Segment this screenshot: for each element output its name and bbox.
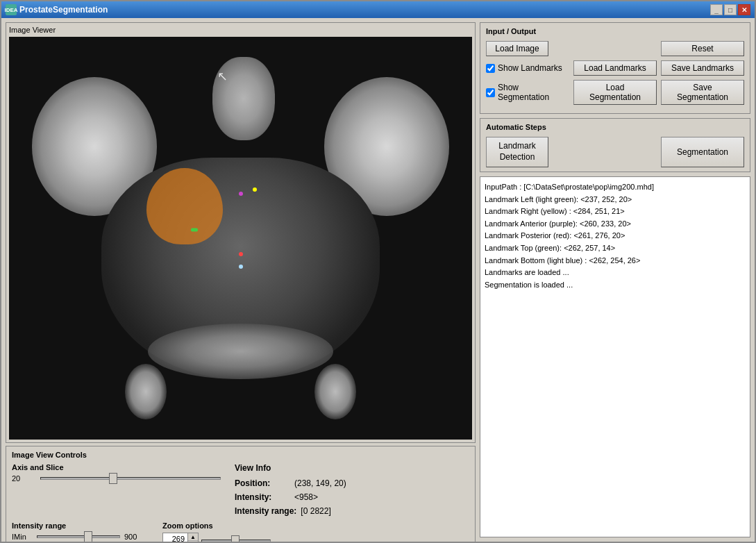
position-row: Position: (238, 149, 20) (235, 478, 346, 488)
show-landmarks-label[interactable]: Show Landmarks (486, 63, 562, 73)
auto-row: LandmarkDetection Segmentation (486, 137, 744, 167)
log-line-2: Landmark Right (yellow) : <284, 251, 21> (485, 206, 746, 218)
position-label: Position: (235, 478, 290, 488)
view-info-group: View Info Position: (238, 149, 20) Inten… (235, 463, 346, 517)
auto-title: Automatic Steps (486, 123, 744, 131)
zoom-controls: 269 ▲ ▼ (162, 533, 271, 542)
io-section: Input / Output Load Image Reset Show Lan… (480, 22, 750, 114)
landmark-bottom (239, 265, 243, 269)
automatic-steps-section: Automatic Steps LandmarkDetection Segmen… (480, 118, 750, 172)
app-icon: IDEA (6, 4, 17, 15)
show-segmentation-label[interactable]: Show Segmentation (486, 83, 565, 102)
landmark-anterior (239, 192, 243, 196)
log-line-1: Landmark Left (light green): <237, 252, … (485, 194, 746, 206)
intensity-label: Intensity: (235, 492, 290, 502)
segmentation-button[interactable]: Segmentation (661, 137, 744, 167)
position-value: (238, 149, 20) (294, 478, 346, 488)
log-section[interactable]: InputPath : [C:\DataSet\prostate\pop\img… (480, 176, 750, 537)
main-window: IDEA ProstateSegmentation _ □ ✕ Image Vi… (0, 0, 756, 543)
controls-title: Image View Controls (12, 451, 469, 459)
close-button[interactable]: ✕ (738, 4, 750, 15)
image-viewer-label: Image Viewer (9, 26, 472, 34)
show-segmentation-checkbox[interactable] (486, 88, 495, 97)
landmark-right (253, 187, 257, 192)
main-content: Image Viewer (1, 18, 755, 542)
axis-value: 20 (12, 474, 36, 483)
io-row-3: Show Segmentation Load Segmentation Save… (486, 80, 744, 105)
cursor-arrow: ↖ (217, 69, 228, 84)
load-segmentation-button[interactable]: Load Segmentation (573, 80, 657, 105)
zoom-down-button[interactable]: ▼ (188, 541, 198, 542)
controls-grid: Axis and Slice 20 View Info Position: (2… (12, 463, 469, 517)
zoom-spinbox: 269 ▲ ▼ (162, 533, 199, 542)
landmark-posterior (239, 252, 243, 256)
image-viewer-section: Image Viewer (6, 22, 476, 443)
log-line-5: Landmark Top (green): <262, 257, 14> (485, 242, 746, 255)
axis-label: Axis and Slice (12, 463, 221, 471)
save-segmentation-button[interactable]: Save Segmentation (661, 80, 744, 105)
minimize-button[interactable]: _ (710, 4, 723, 15)
io-title: Input / Output (486, 27, 744, 35)
log-line-6: Landmark Bottom (light blue) : <262, 254… (485, 255, 746, 267)
view-info-title: View Info (235, 463, 346, 473)
axis-slider-row: 20 (12, 474, 221, 483)
load-image-button[interactable]: Load Image (486, 41, 548, 56)
log-line-4: Landmark Posterior (red): <261, 276, 20> (485, 230, 746, 242)
intensity-row: Intensity: <958> (235, 492, 346, 502)
log-line-0: InputPath : [C:\DataSet\prostate\pop\img… (485, 181, 746, 194)
show-landmarks-checkbox[interactable] (486, 64, 495, 73)
show-landmarks-text: Show Landmarks (498, 63, 562, 73)
log-line-8: Segmentation is loaded ... (485, 279, 746, 292)
window-title: ProstateSegmentation (19, 5, 710, 15)
axis-slider[interactable] (40, 477, 221, 480)
reset-button[interactable]: Reset (661, 41, 744, 56)
landmark-detection-button[interactable]: LandmarkDetection (486, 137, 548, 167)
intensity-range-label: Intensity range (12, 521, 149, 530)
io-row-2: Show Landmarks Load Landmarks Save Landm… (486, 60, 744, 76)
range-value: [0 2822] (301, 506, 330, 516)
zoom-group: Zoom options 269 ▲ ▼ (162, 521, 271, 542)
window-controls: _ □ ✕ (710, 4, 750, 15)
zoom-spin-buttons: ▲ ▼ (187, 533, 198, 542)
left-panel: Image Viewer (6, 22, 476, 537)
image-canvas[interactable]: ↖ (9, 37, 472, 440)
imin-slider[interactable] (37, 535, 120, 538)
landmark-top (191, 228, 198, 232)
title-bar: IDEA ProstateSegmentation _ □ ✕ (1, 1, 755, 18)
io-row-1: Load Image Reset (486, 41, 744, 56)
save-landmarks-button[interactable]: Save Landmarks (661, 60, 744, 76)
second-controls-row: Intensity range IMin 900 IMax 1300 (12, 521, 469, 542)
intensity-control-group: Intensity range IMin 900 IMax 1300 (12, 521, 149, 542)
load-landmarks-button[interactable]: Load Landmarks (573, 60, 657, 76)
maximize-button[interactable]: □ (724, 4, 737, 15)
lower-bone-left (125, 364, 167, 419)
zoom-label: Zoom options (162, 521, 271, 530)
segmentation-overlay (146, 168, 223, 244)
lower-bone-right (314, 364, 356, 419)
controls-section: Image View Controls Axis and Slice 20 Vi… (6, 446, 476, 542)
right-panel: Input / Output Load Image Reset Show Lan… (480, 22, 750, 537)
zoom-value: 269 (163, 533, 187, 542)
imin-row: IMin 900 (12, 533, 149, 541)
intensity-value: <958> (294, 492, 318, 502)
show-segmentation-text: Show Segmentation (498, 83, 565, 102)
range-label: Intensity range: (235, 506, 296, 516)
imin-value: 900 (124, 533, 149, 541)
log-line-7: Landmarks are loaded ... (485, 267, 746, 279)
zoom-up-button[interactable]: ▲ (188, 533, 198, 541)
zoom-slider[interactable] (201, 540, 271, 542)
imin-label: IMin (12, 533, 33, 541)
pubic-bone (148, 324, 333, 379)
range-row: Intensity range: [0 2822] (235, 506, 346, 516)
axis-control-group: Axis and Slice 20 (12, 463, 221, 483)
log-line-3: Landmark Anterior (purple): <260, 233, 2… (485, 218, 746, 231)
